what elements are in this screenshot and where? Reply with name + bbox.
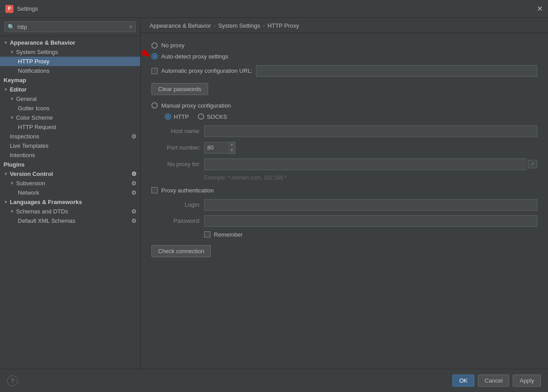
password-input[interactable] [204,215,537,227]
sidebar-item-network[interactable]: Network ⚙ [0,188,140,197]
sidebar-item-general[interactable]: ▼ General [0,94,140,104]
sidebar-item-label: Notifications [18,67,50,74]
sidebar-item-languages-frameworks[interactable]: ▼ Languages & Frameworks [0,197,140,207]
clear-passwords-button[interactable]: Clear passwords [151,83,208,95]
auto-detect-radio[interactable] [151,53,158,59]
auto-config-url-input[interactable] [256,65,537,77]
breadcrumb-sep-2: › [263,22,265,29]
check-connection-row: Check connection [151,245,537,257]
host-name-label: Host name: [151,128,201,134]
search-clear-button[interactable]: × [129,23,133,30]
sidebar-item-label: System Settings [16,49,58,55]
socks-label: SOCKS [207,113,227,120]
host-name-input[interactable] [204,125,537,137]
sidebar-item-http-proxy[interactable]: HTTP Proxy [0,57,140,66]
app-icon: P [5,5,13,13]
sidebar-item-gutter-icons[interactable]: Gutter Icons [0,104,140,113]
manual-proxy-radio[interactable] [151,102,158,108]
no-proxy-for-label: No proxy for: [151,161,201,167]
no-proxy-for-row: No proxy for: ⤢ [151,158,537,170]
sidebar: 🔍 × ▼ Appearance & Behavior ▼ System Set… [0,18,141,369]
manual-proxy-radio-row[interactable]: Manual proxy configuration [151,102,537,109]
sidebar-item-label: Editor [10,86,27,93]
cancel-button[interactable]: Cancel [478,375,509,387]
sidebar-item-label: General [16,96,37,102]
manual-proxy-label: Manual proxy configuration [161,102,231,109]
no-proxy-for-input-wrap: ⤢ [204,158,537,170]
port-increment-button[interactable]: ▲ [229,142,235,148]
port-number-label: Port number: [151,144,201,151]
proxy-auth-checkbox[interactable] [151,187,158,193]
auto-config-row: Automatic proxy configuration URL: [151,65,537,77]
sidebar-item-label: Inspections [10,133,39,140]
sidebar-item-label: Languages & Frameworks [10,199,82,205]
remember-label: Remember [214,231,243,238]
no-proxy-radio-row[interactable]: No proxy [151,42,537,49]
sidebar-item-appearance-behavior[interactable]: ▼ Appearance & Behavior [0,38,140,47]
sidebar-item-label: Version Control [10,171,53,177]
remember-row: Remember [204,231,537,238]
caret-icon: ▼ [10,96,14,101]
proxy-auth-label: Proxy authentication [161,187,214,194]
search-bar: 🔍 × [0,18,140,36]
example-text: Example: *.domain.com, 192.168.* [204,175,537,181]
sidebar-item-version-control[interactable]: ▼ Version Control ⚙ [0,169,140,179]
http-radio-row[interactable]: HTTP [165,113,189,120]
proxy-auth-row: Proxy authentication [151,187,537,194]
svg-line-1 [141,43,151,57]
sidebar-item-label: Color Scheme [16,114,53,121]
sidebar-item-subversion[interactable]: ▼ Subversion ⚙ [0,179,140,188]
no-proxy-for-input[interactable] [204,158,527,170]
socks-radio-row[interactable]: SOCKS [198,113,227,120]
check-connection-button[interactable]: Check connection [151,245,211,257]
http-radio[interactable] [165,113,171,120]
socks-radio[interactable] [198,113,204,120]
sidebar-item-schemas-dtds[interactable]: ▼ Schemas and DTDs ⚙ [0,207,140,216]
caret-icon: ▼ [4,40,8,45]
default-xml-settings-icon: ⚙ [131,217,137,224]
port-number-row: Port number: ▲ ▼ [151,142,537,154]
no-proxy-radio[interactable] [151,42,158,49]
sidebar-item-color-scheme[interactable]: ▼ Color Scheme [0,113,140,122]
sidebar-item-keymap[interactable]: Keymap [0,75,140,85]
help-button[interactable]: ? [7,375,18,386]
remember-checkbox[interactable] [204,231,210,238]
sidebar-item-notifications[interactable]: Notifications [0,66,140,75]
sidebar-item-live-templates[interactable]: Live Templates [0,141,140,150]
close-button[interactable]: ✕ [537,5,543,13]
expand-button[interactable]: ⤢ [528,160,537,168]
breadcrumb: Appearance & Behavior › System Settings … [141,18,548,33]
port-input[interactable] [204,142,229,154]
auto-config-label: Automatic proxy configuration URL: [161,67,252,74]
main-content: 🔍 × ▼ Appearance & Behavior ▼ System Set… [0,18,548,369]
sidebar-item-label: HTTP Proxy [18,58,50,65]
network-settings-icon: ⚙ [131,189,137,196]
sidebar-item-system-settings[interactable]: ▼ System Settings [0,47,140,57]
subversion-settings-icon: ⚙ [131,180,137,187]
login-input[interactable] [204,199,537,211]
caret-icon: ▼ [4,87,8,92]
sidebar-item-http-request[interactable]: HTTP Request [0,122,140,132]
sidebar-item-label: Gutter Icons [18,105,50,112]
apply-button[interactable]: Apply [513,375,541,387]
port-decrement-button[interactable]: ▼ [229,148,235,154]
sidebar-item-editor[interactable]: ▼ Editor [0,85,140,94]
password-label: Password: [151,217,201,224]
inspections-settings-icon: ⚙ [131,133,137,140]
sidebar-item-default-xml-schemas[interactable]: Default XML Schemas ⚙ [0,216,140,225]
no-proxy-label: No proxy [161,42,184,49]
sidebar-item-label: Subversion [16,180,45,187]
auto-config-checkbox[interactable] [151,68,158,74]
sidebar-item-label: Appearance & Behavior [10,39,75,46]
search-input-wrap[interactable]: 🔍 × [4,21,136,32]
title-bar: P Settings ✕ [0,0,548,18]
caret-icon: ▼ [4,200,8,204]
auto-detect-label: Auto-detect proxy settings [161,53,228,60]
breadcrumb-current: HTTP Proxy [268,22,299,29]
sidebar-item-label: Default XML Schemas [18,217,75,224]
search-input[interactable] [17,24,126,30]
sidebar-item-intentions[interactable]: Intentions [0,150,140,160]
sidebar-item-inspections[interactable]: Inspections ⚙ [0,132,140,141]
ok-button[interactable]: OK [452,375,474,387]
sidebar-item-plugins[interactable]: Plugins [0,160,140,169]
